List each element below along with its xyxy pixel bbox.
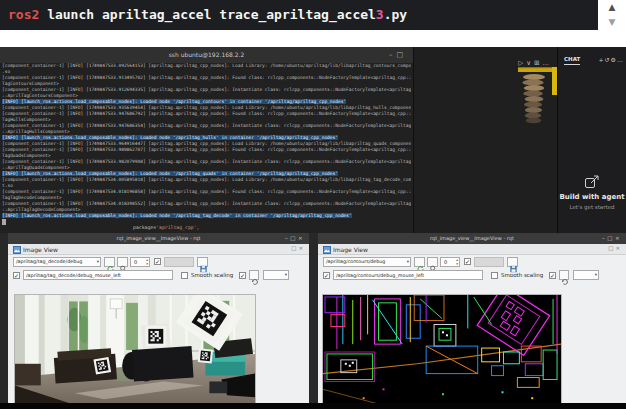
- panel-close-icon[interactable]: ×: [615, 245, 622, 251]
- check-icon: ✓: [155, 258, 160, 265]
- panel-buttons[interactable]: □×: [291, 245, 305, 251]
- dynamic-range-checkbox[interactable]: ✓: [464, 258, 471, 265]
- terminal-log-line: [INFO] [launch_ros.actions.load_composab…: [2, 213, 411, 219]
- smooth-scaling-checkbox[interactable]: [491, 272, 498, 279]
- editor-code-line: package='apriltag_cpp',: [133, 224, 199, 231]
- terminal-window: ssh ubuntu@192.168.2.2 –□ [component_con…: [0, 47, 413, 233]
- rqt-window-title: rqt_image_view__ImageView - rqt: [8, 233, 309, 244]
- terminal-log-line: [component_container-1] [INFO] [17498475…: [2, 111, 411, 117]
- rqt-window-buttons[interactable]: –□×: [602, 233, 622, 244]
- chat-heading: Build with agent: [558, 193, 626, 201]
- zoom-value: 0: [134, 259, 137, 265]
- panel-close-icon[interactable]: ×: [298, 245, 305, 251]
- terminal-titlebar: ssh ubuntu@192.168.2.2 –□: [0, 47, 413, 63]
- code-kwarg: package=: [133, 225, 156, 230]
- editor-area: ▷∨⊞…: [413, 47, 557, 233]
- chat-subheading: Let's get started: [558, 204, 626, 210]
- refresh-topics-button[interactable]: [104, 257, 115, 267]
- maximize-icon[interactable]: □: [290, 235, 298, 241]
- terminal-log-line: [component_container-1] [INFO] [17498475…: [2, 177, 411, 183]
- mouse-topic-field[interactable]: /apriltag/tag_decode/debug_mouse_left: [23, 270, 173, 280]
- color-scheme-combobox[interactable]: ▾: [263, 270, 289, 280]
- save-image-button[interactable]: [507, 257, 518, 267]
- rqt-body: Image View □× /apriltag/tag_decode/debug…: [8, 244, 309, 403]
- image-view-header: Image View □×: [8, 244, 309, 255]
- rotate-button[interactable]: [559, 270, 569, 280]
- zoom-1-button[interactable]: [427, 257, 438, 267]
- terminal-log-line: [component_container-1] [INFO] [17498475…: [2, 147, 411, 153]
- maximize-icon[interactable]: □: [607, 235, 615, 241]
- mouse-topic-value: /apriltag/tag_decode/debug_mouse_left: [26, 273, 121, 278]
- chevron-down-icon: ▾: [285, 272, 287, 277]
- topic-value: /apriltag/tag_decode/debug: [16, 259, 82, 264]
- check-icon: ✓: [550, 272, 555, 279]
- scroll-control: ▲ ▼: [598, 0, 626, 30]
- color-scheme-combobox[interactable]: ▾: [573, 270, 599, 280]
- zoom-1-button[interactable]: [117, 257, 128, 267]
- mouse-topic-field[interactable]: /apriltag/contours/debug_mouse_left: [333, 270, 483, 280]
- zoom-spinbox[interactable]: 0▴▾: [440, 257, 460, 267]
- check-icon: ✓: [465, 258, 470, 265]
- topic-value: /apriltag/contours/debug: [326, 259, 385, 264]
- build-with-agent-icon: [584, 173, 601, 190]
- topic-combobox[interactable]: /apriltag/tag_decode/debug▾: [13, 257, 101, 267]
- check-icon: ✓: [324, 272, 329, 279]
- rotate-checkbox[interactable]: ✓: [239, 272, 246, 279]
- command-digit: 3: [376, 7, 384, 22]
- scroll-down-icon[interactable]: ▼: [598, 15, 626, 30]
- camera-image: [14, 294, 256, 409]
- rqt-window-title: rqt_image_view__ImageView - rqt: [318, 233, 626, 244]
- image-view-toolbar-2: ✓ /apriltag/tag_decode/debug_mouse_left …: [8, 269, 309, 282]
- smooth-scaling-checkbox[interactable]: [181, 272, 188, 279]
- terminal-log: [component_container-1] [INFO] [17498475…: [2, 63, 411, 219]
- coil-3d-preview: [518, 65, 562, 129]
- chat-panel: CHAT +↺⚙… Build with agent Let's get sta…: [557, 47, 626, 233]
- chevron-down-icon: ▾: [407, 259, 409, 264]
- image-view-icon: [13, 246, 21, 254]
- rqt-window-buttons[interactable]: –□×: [285, 233, 305, 244]
- close-icon[interactable]: ×: [298, 235, 305, 241]
- terminal-log-line: [component_container-1] [INFO] [17498475…: [2, 63, 411, 69]
- panel-buttons[interactable]: □×: [608, 245, 622, 251]
- image-view-windows-area: rqt_image_view__ImageView - rqt –□× Imag…: [0, 233, 626, 409]
- terminal-title: ssh ubuntu@192.168.2.2: [0, 47, 413, 63]
- spin-arrows-icon[interactable]: ▴▾: [456, 258, 458, 267]
- close-icon[interactable]: ×: [615, 235, 622, 241]
- publish-click-checkbox[interactable]: ✓: [13, 272, 20, 279]
- screen: ros2 launch apriltag_accel trace_aprilta…: [0, 0, 626, 409]
- rqt-window-contours: rqt_image_view__ImageView - rqt –□× Imag…: [318, 233, 626, 403]
- image-view-title: Image View: [333, 246, 368, 253]
- scroll-up-icon[interactable]: ▲: [598, 0, 626, 15]
- image-view-header: Image View □×: [318, 244, 626, 255]
- terminal-log-line: [component_container-1] [INFO] [17498475…: [2, 189, 411, 195]
- topic-combobox[interactable]: /apriltag/contours/debug▾: [323, 257, 411, 267]
- rotate-checkbox[interactable]: ✓: [549, 272, 556, 279]
- spin-arrows-icon[interactable]: ▴▾: [146, 258, 148, 267]
- terminal-window-buttons[interactable]: –□: [389, 47, 407, 63]
- command-body: launch apriltag_accel trace_apriltag_acc…: [39, 7, 376, 22]
- smooth-scaling-label: Smooth scaling: [501, 272, 543, 278]
- tab-chat[interactable]: CHAT: [564, 56, 580, 65]
- zoom-spinbox[interactable]: 0▴▾: [130, 257, 150, 267]
- save-image-button[interactable]: [197, 257, 208, 267]
- rqt-titlebar: rqt_image_view__ImageView - rqt –□×: [318, 233, 626, 244]
- more-icon[interactable]: …: [617, 56, 624, 63]
- terminal-log-line: [component_container-1] [INFO] [17498475…: [2, 75, 411, 81]
- rotate-button[interactable]: [249, 270, 259, 280]
- mouse-topic-value: /apriltag/contours/debug_mouse_left: [336, 273, 424, 278]
- smooth-scaling-label: Smooth scaling: [191, 272, 233, 278]
- contours-image: [322, 294, 562, 409]
- refresh-topics-button[interactable]: [414, 257, 425, 267]
- command-suffix: .py: [384, 7, 407, 22]
- image-view-icon: [323, 246, 331, 254]
- command-ros2: ros2: [8, 7, 39, 22]
- rqt-titlebar: rqt_image_view__ImageView - rqt –□×: [8, 233, 309, 244]
- screenshot-area: ssh ubuntu@192.168.2.2 –□ [component_con…: [0, 47, 626, 233]
- maximize-icon[interactable]: □: [396, 51, 407, 59]
- publish-click-checkbox[interactable]: ✓: [323, 272, 330, 279]
- image-view-toolbar-2: ✓ /apriltag/contours/debug_mouse_left Sm…: [318, 269, 626, 282]
- dynamic-range-checkbox[interactable]: ✓: [154, 258, 161, 265]
- check-icon: ✓: [14, 272, 19, 279]
- zoom-value: 0: [444, 259, 447, 265]
- command-text: ros2 launch apriltag_accel trace_aprilta…: [8, 7, 407, 22]
